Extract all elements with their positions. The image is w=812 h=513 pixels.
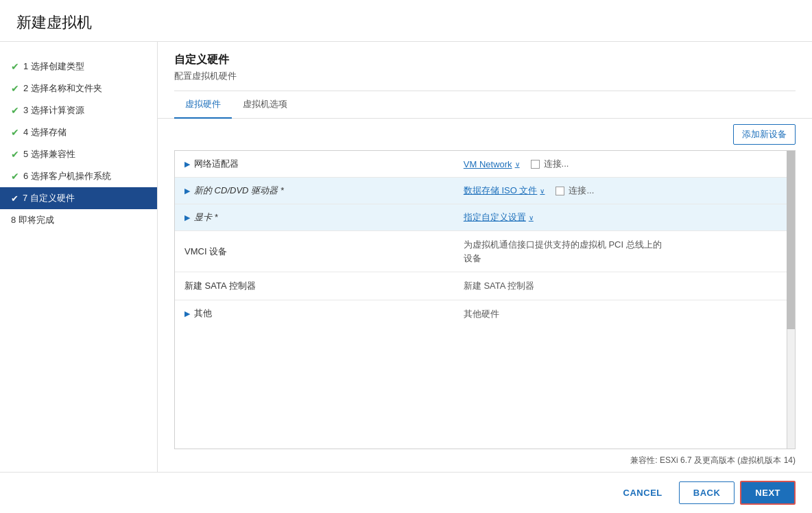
- sidebar-item-step7[interactable]: ✔7 自定义硬件: [0, 187, 157, 209]
- checkmark-icon: ✔: [11, 83, 19, 94]
- hardware-row-row-other: ▶其他其他硬件: [175, 300, 795, 327]
- row-label-text: 网络适配器: [194, 158, 239, 170]
- sidebar-step-label: 5 选择兼容性: [23, 148, 75, 160]
- back-button[interactable]: BACK: [679, 481, 735, 504]
- sidebar-step-label: 2 选择名称和文件夹: [23, 82, 102, 95]
- sidebar: ✔1 选择创建类型✔2 选择名称和文件夹✔3 选择计算资源✔4 选择存储✔5 选…: [0, 42, 158, 472]
- sidebar-item-step3[interactable]: ✔3 选择计算资源: [0, 99, 157, 121]
- hardware-row-value: 新建 SATA 控制器: [454, 272, 795, 300]
- expand-icon[interactable]: ▶: [184, 309, 190, 318]
- sidebar-step-label: 8 即将完成: [11, 214, 54, 226]
- right-panel: 自定义硬件 配置虚拟机硬件 虚拟硬件虚拟机选项 添加新设备 ▶网络适配器VM N…: [158, 42, 812, 472]
- sidebar-item-step2[interactable]: ✔2 选择名称和文件夹: [0, 77, 157, 99]
- hardware-row-value: 其他硬件: [454, 300, 795, 327]
- hardware-row-row-display: ▶显卡 *指定自定义设置 ∨: [175, 204, 795, 231]
- row-label-text: 新建 SATA 控制器: [184, 280, 256, 292]
- row-value-text: 新建 SATA 控制器: [464, 279, 785, 293]
- sidebar-item-step6[interactable]: ✔6 选择客户机操作系统: [0, 165, 157, 187]
- hardware-row-row-cdrom: ▶新的 CD/DVD 驱动器 *数据存储 ISO 文件 ∨连接...: [175, 178, 795, 204]
- row-label-text: 新的 CD/DVD 驱动器 *: [194, 184, 284, 197]
- hardware-row-row-sata: 新建 SATA 控制器新建 SATA 控制器: [175, 272, 795, 300]
- panel-header-title: 自定义硬件: [174, 53, 796, 67]
- sidebar-step-label: 7 自定义硬件: [23, 192, 75, 204]
- toolbar: 添加新设备: [158, 119, 812, 150]
- hardware-row-value: 指定自定义设置 ∨: [454, 204, 795, 231]
- hardware-row-row-vmci: VMCI 设备为虚拟机通信接口提供支持的虚拟机 PCI 总线上的设备: [175, 231, 795, 272]
- sidebar-step-label: 4 选择存储: [23, 126, 67, 139]
- hardware-row-value: 数据存储 ISO 文件 ∨连接...: [454, 178, 795, 204]
- hardware-table-container: ▶网络适配器VM Network ∨连接...▶新的 CD/DVD 驱动器 *数…: [174, 150, 796, 449]
- connect-label: 连接...: [544, 158, 569, 170]
- hardware-row-label[interactable]: ▶显卡 *: [175, 204, 454, 231]
- hardware-row-label: 新建 SATA 控制器: [175, 272, 454, 300]
- row-value-text: 其他硬件: [464, 307, 785, 321]
- sidebar-item-step1[interactable]: ✔1 选择创建类型: [0, 56, 157, 77]
- footer: CANCEL BACK NEXT: [0, 472, 812, 513]
- add-device-button[interactable]: 添加新设备: [733, 124, 796, 145]
- dropdown-row-cdrom[interactable]: 数据存储 ISO 文件 ∨: [464, 184, 545, 197]
- row-value-text: 为虚拟机通信接口提供支持的虚拟机 PCI 总线上的设备: [464, 238, 785, 265]
- hardware-row-label[interactable]: ▶其他: [175, 300, 454, 327]
- checkbox-area: 连接...: [531, 158, 569, 170]
- expand-icon[interactable]: ▶: [184, 187, 190, 195]
- sidebar-step-label: 3 选择计算资源: [23, 104, 84, 117]
- connect-checkbox[interactable]: [531, 160, 540, 169]
- cancel-button[interactable]: CANCEL: [612, 482, 673, 503]
- connect-label: 连接...: [569, 184, 594, 197]
- expand-icon[interactable]: ▶: [184, 213, 190, 222]
- compat-note: 兼容性: ESXi 6.7 及更高版本 (虚拟机版本 14): [158, 449, 812, 472]
- connect-checkbox[interactable]: [556, 187, 564, 195]
- row-label-text: 显卡 *: [194, 211, 218, 224]
- dropdown-row-network[interactable]: VM Network ∨: [464, 159, 520, 169]
- hardware-row-label: VMCI 设备: [175, 231, 454, 272]
- main-content: ✔1 选择创建类型✔2 选择名称和文件夹✔3 选择计算资源✔4 选择存储✔5 选…: [0, 42, 812, 472]
- sidebar-step-label: 6 选择客户机操作系统: [23, 170, 111, 182]
- dropdown-arrow-icon: ∨: [515, 160, 520, 168]
- scrollbar-thumb[interactable]: [787, 151, 795, 329]
- sidebar-item-step4[interactable]: ✔4 选择存储: [0, 121, 157, 143]
- hardware-row-value: 为虚拟机通信接口提供支持的虚拟机 PCI 总线上的设备: [454, 231, 795, 272]
- checkmark-icon: ✔: [11, 149, 19, 160]
- checkmark-icon: ✔: [11, 127, 19, 138]
- panel-header: 自定义硬件 配置虚拟机硬件: [158, 42, 812, 91]
- checkbox-area: 连接...: [556, 184, 594, 197]
- expand-icon[interactable]: ▶: [184, 160, 190, 169]
- dropdown-arrow-icon: ∨: [540, 187, 545, 195]
- next-button[interactable]: NEXT: [740, 481, 796, 505]
- dropdown-arrow-icon: ∨: [529, 214, 534, 222]
- row-label-text: 其他: [194, 307, 212, 320]
- tab-tab-virtual-hw[interactable]: 虚拟硬件: [174, 91, 232, 119]
- hardware-table: ▶网络适配器VM Network ∨连接...▶新的 CD/DVD 驱动器 *数…: [175, 151, 795, 327]
- hardware-row-label[interactable]: ▶新的 CD/DVD 驱动器 *: [175, 178, 454, 204]
- checkmark-icon: ✔: [11, 171, 19, 182]
- sidebar-item-step5[interactable]: ✔5 选择兼容性: [0, 143, 157, 165]
- sidebar-step-label: 1 选择创建类型: [23, 60, 84, 73]
- row-label-text: VMCI 设备: [184, 246, 227, 258]
- page-container: 新建虚拟机 ✔1 选择创建类型✔2 选择名称和文件夹✔3 选择计算资源✔4 选择…: [0, 0, 812, 513]
- hardware-row-row-network: ▶网络适配器VM Network ∨连接...: [175, 151, 795, 178]
- checkmark-icon: ✔: [11, 193, 19, 204]
- hardware-row-label[interactable]: ▶网络适配器: [175, 151, 454, 178]
- scrollbar-track[interactable]: [787, 151, 795, 449]
- checkmark-icon: ✔: [11, 61, 19, 72]
- page-title: 新建虚拟机: [0, 0, 812, 42]
- tab-tab-vm-options[interactable]: 虚拟机选项: [232, 91, 298, 119]
- panel-header-subtitle: 配置虚拟机硬件: [174, 70, 796, 82]
- dropdown-row-display[interactable]: 指定自定义设置 ∨: [464, 211, 534, 224]
- tabs-bar: 虚拟硬件虚拟机选项: [158, 91, 812, 119]
- sidebar-item-step8[interactable]: 8 即将完成: [0, 209, 157, 231]
- hardware-row-value: VM Network ∨连接...: [454, 151, 795, 178]
- checkmark-icon: ✔: [11, 105, 19, 116]
